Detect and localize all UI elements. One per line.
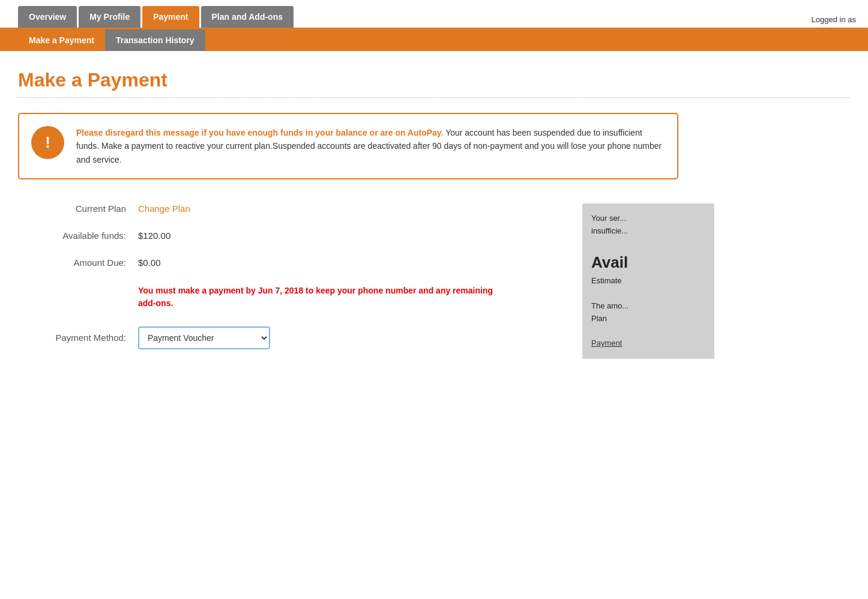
available-funds-row: Available funds: $120.00: [18, 230, 558, 241]
nav-overview[interactable]: Overview: [18, 6, 77, 28]
sidebar-intro: Your ser...insufficie...: [591, 212, 705, 238]
sub-nav: Make a Payment Transaction History: [0, 29, 868, 51]
change-plan-link[interactable]: Change Plan: [138, 203, 190, 214]
main-content: Make a Payment ! Please disregard this m…: [0, 51, 868, 384]
nav-payment[interactable]: Payment: [142, 6, 199, 28]
form-section: Current Plan Change Plan Available funds…: [18, 203, 850, 366]
logged-in-label: Logged in as: [812, 15, 856, 24]
payment-method-row: Payment Method: Payment Voucher Credit C…: [18, 327, 558, 349]
amount-due-label: Amount Due:: [18, 257, 138, 268]
sidebar-estimate: Estimate: [591, 275, 705, 287]
page-title: Make a Payment: [18, 69, 850, 91]
subnav-make-payment[interactable]: Make a Payment: [18, 29, 105, 51]
amount-due-row: Amount Due: $0.00: [18, 257, 558, 268]
alert-box: ! Please disregard this message if you h…: [18, 113, 678, 179]
payment-due-notice-row: You must make a payment by Jun 7, 2018 t…: [18, 284, 558, 310]
amount-due-value: $0.00: [138, 257, 161, 268]
nav-plan-addons[interactable]: Plan and Add-ons: [201, 6, 294, 28]
current-plan-label: Current Plan: [18, 203, 138, 214]
alert-icon: !: [31, 126, 64, 159]
current-plan-row: Current Plan Change Plan: [18, 203, 558, 214]
top-nav: Overview My Profile Payment Plan and Add…: [0, 0, 868, 29]
available-funds-value: $120.00: [138, 230, 170, 241]
payment-due-notice: You must make a payment by Jun 7, 2018 t…: [138, 284, 498, 310]
available-funds-label: Available funds:: [18, 230, 138, 241]
sidebar-avail-title: Avail: [591, 250, 705, 275]
section-divider: [18, 97, 850, 98]
subnav-transaction-history[interactable]: Transaction History: [105, 29, 205, 51]
form-main: Current Plan Change Plan Available funds…: [18, 203, 558, 366]
payment-method-label: Payment Method:: [18, 333, 138, 343]
sidebar-amount: The amo...Plan: [591, 300, 705, 325]
sidebar-payment-link[interactable]: Payment: [591, 339, 622, 348]
sidebar-panel: Your ser...insufficie... Avail Estimate …: [582, 203, 714, 359]
alert-title: Please disregard this message if you hav…: [76, 128, 444, 137]
payment-method-select[interactable]: Payment Voucher Credit Card PayPal: [138, 327, 270, 349]
alert-text: Please disregard this message if you hav…: [76, 126, 665, 166]
nav-my-profile[interactable]: My Profile: [79, 6, 140, 28]
